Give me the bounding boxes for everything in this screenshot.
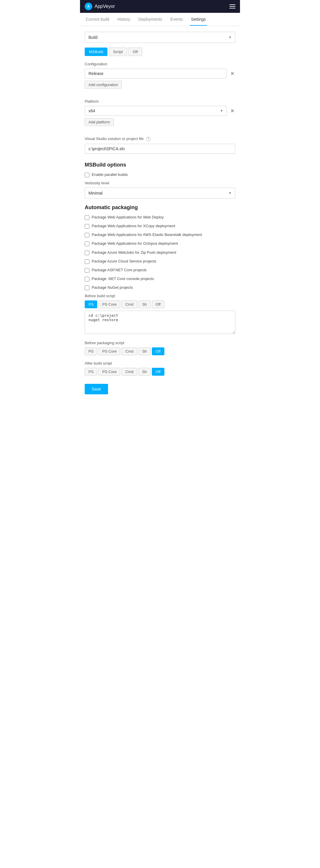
build-type-off[interactable]: Off	[128, 48, 142, 56]
tab-current-build[interactable]: Current build	[85, 13, 110, 26]
before-pkg-ps-tab[interactable]: PS	[85, 347, 97, 355]
build-type-script[interactable]: Script	[109, 48, 127, 56]
before-build-pscore-tab[interactable]: PS Core	[98, 301, 120, 308]
pkg-azure-cloud-label: Package Azure Cloud Service projects	[92, 259, 156, 264]
pkg-azure-webjobs-checkbox[interactable]	[85, 251, 89, 255]
pkg-dotnet-core-row: Package .NET Core console projects	[85, 276, 235, 281]
enable-parallel-label: Enable parallel builds	[92, 172, 128, 177]
verbosity-select[interactable]: Quiet Minimal Normal Detailed Diagnostic	[85, 188, 235, 198]
pkg-azure-cloud-row: Package Azure Cloud Service projects	[85, 259, 235, 264]
platform-row: Any CPU x86 x64 ▼ ✕	[85, 106, 235, 116]
before-build-textarea[interactable]: cd c:\project nuget restore	[85, 311, 235, 334]
app-logo: A AppVeyor	[85, 3, 115, 10]
before-packaging-script-section: Before packaging script PS PS Core Cmd S…	[85, 341, 235, 355]
before-packaging-label: Before packaging script	[85, 341, 235, 345]
pkg-azure-cloud-checkbox[interactable]	[85, 259, 89, 264]
vs-solution-help-icon[interactable]: ?	[146, 137, 151, 142]
platform-group: Platform Any CPU x86 x64 ▼ ✕ Add platfor…	[85, 99, 235, 132]
enable-parallel-row: Enable parallel builds	[85, 172, 235, 177]
after-build-pscore-tab[interactable]: PS Core	[98, 368, 120, 376]
pkg-aspnet-core-checkbox[interactable]	[85, 268, 89, 273]
tab-events[interactable]: Events	[169, 13, 184, 26]
pkg-nuget-row: Package NuGet projects	[85, 285, 235, 290]
platform-select[interactable]: Any CPU x86 x64	[85, 106, 227, 116]
pkg-azure-webjobs-row: Package Azure WebJobs for Zip Push deplo…	[85, 250, 235, 255]
pkg-xcopy-checkbox[interactable]	[85, 224, 89, 229]
pkg-web-deploy-label: Package Web Applications for Web Deploy	[92, 215, 164, 220]
before-build-ps-tab[interactable]: PS	[85, 301, 97, 308]
pkg-nuget-label: Package NuGet projects	[92, 285, 133, 290]
tab-deployments[interactable]: Deployments	[137, 13, 164, 26]
app-name: AppVeyor	[95, 4, 115, 9]
vs-solution-input[interactable]	[85, 144, 235, 154]
pkg-octopus-checkbox[interactable]	[85, 242, 89, 246]
verbosity-group: Verbosity level Quiet Minimal Normal Det…	[85, 181, 235, 198]
save-button[interactable]: Save	[85, 384, 108, 394]
pkg-aspnet-core-label: Package ASP.NET Core projects	[92, 268, 147, 273]
pkg-octopus-label: Package Web Applications for Octopus dep…	[92, 241, 178, 246]
pkg-aws-label: Package Web Applications for AWS Elastic…	[92, 232, 202, 238]
configuration-group: Configuration ✕ Add configuration	[85, 62, 235, 94]
before-pkg-cmd-tab[interactable]: Cmd	[121, 347, 137, 355]
before-build-sh-tab[interactable]: Sh	[138, 301, 151, 308]
pkg-azure-webjobs-label: Package Azure WebJobs for Zip Push deplo…	[92, 250, 176, 255]
build-mode-select[interactable]: Build Script Off	[85, 32, 235, 43]
before-build-script-section: Before build script PS PS Core Cmd Sh Of…	[85, 294, 235, 335]
build-type-group: MSBuild Script Off	[85, 48, 235, 56]
platform-remove-icon[interactable]: ✕	[229, 107, 235, 115]
before-build-tabs: PS PS Core Cmd Sh Off	[85, 301, 235, 308]
pkg-web-deploy-checkbox[interactable]	[85, 215, 89, 220]
after-build-tabs: PS PS Core Cmd Sh Off	[85, 368, 235, 376]
nav-tabs: Current build History Deployments Events…	[80, 13, 240, 26]
add-configuration-button[interactable]: Add configuration	[85, 81, 122, 89]
after-build-cmd-tab[interactable]: Cmd	[121, 368, 137, 376]
configuration-remove-icon[interactable]: ✕	[229, 70, 235, 78]
configuration-label: Configuration	[85, 62, 235, 66]
build-type-msbuild[interactable]: MSBuild	[85, 48, 108, 56]
after-build-script-section: After build script PS PS Core Cmd Sh Off	[85, 361, 235, 376]
verbosity-select-wrapper: Quiet Minimal Normal Detailed Diagnostic…	[85, 188, 235, 198]
pkg-aspnet-core-row: Package ASP.NET Core projects	[85, 268, 235, 273]
pkg-xcopy-row: Package Web Applications for XCopy deplo…	[85, 223, 235, 229]
verbosity-label: Verbosity level	[85, 181, 235, 185]
add-platform-button[interactable]: Add platform	[85, 118, 114, 126]
menu-button[interactable]	[230, 4, 235, 8]
platform-select-wrapper: Any CPU x86 x64 ▼	[85, 106, 227, 116]
after-build-off-tab[interactable]: Off	[152, 368, 164, 376]
pkg-dotnet-core-checkbox[interactable]	[85, 277, 89, 281]
auto-packaging-heading: Automatic packaging	[85, 205, 235, 211]
pkg-xcopy-label: Package Web Applications for XCopy deplo…	[92, 223, 175, 229]
before-pkg-sh-tab[interactable]: Sh	[138, 347, 151, 355]
pkg-dotnet-core-label: Package .NET Core console projects	[92, 276, 154, 281]
before-build-cmd-tab[interactable]: Cmd	[121, 301, 137, 308]
msbuild-options-heading: MSBuild options	[85, 162, 235, 168]
pkg-aws-checkbox[interactable]	[85, 233, 89, 238]
enable-parallel-checkbox[interactable]	[85, 173, 89, 177]
after-build-label: After build script	[85, 361, 235, 366]
pkg-nuget-checkbox[interactable]	[85, 285, 89, 290]
before-build-off-tab[interactable]: Off	[152, 301, 164, 308]
platform-label: Platform	[85, 99, 235, 103]
app-header: A AppVeyor	[80, 0, 240, 13]
before-packaging-tabs: PS PS Core Cmd Sh Off	[85, 347, 235, 355]
pkg-web-deploy-row: Package Web Applications for Web Deploy	[85, 215, 235, 220]
logo-icon: A	[85, 3, 92, 10]
main-content: Build Script Off ▼ MSBuild Script Off Co…	[80, 26, 240, 400]
configuration-input[interactable]	[85, 68, 227, 79]
tab-history[interactable]: History	[116, 13, 132, 26]
before-pkg-off-tab[interactable]: Off	[152, 347, 164, 355]
before-build-label: Before build script	[85, 294, 235, 298]
vs-solution-label: Visual Studio solution or project file ?	[85, 136, 235, 142]
tab-settings[interactable]: Settings	[190, 13, 207, 26]
after-build-sh-tab[interactable]: Sh	[138, 368, 151, 376]
pkg-aws-row: Package Web Applications for AWS Elastic…	[85, 232, 235, 238]
configuration-row: ✕	[85, 68, 235, 79]
build-mode-wrapper: Build Script Off ▼	[85, 32, 235, 43]
vs-solution-group: Visual Studio solution or project file ?	[85, 136, 235, 156]
after-build-ps-tab[interactable]: PS	[85, 368, 97, 376]
before-pkg-pscore-tab[interactable]: PS Core	[98, 347, 120, 355]
pkg-octopus-row: Package Web Applications for Octopus dep…	[85, 241, 235, 246]
